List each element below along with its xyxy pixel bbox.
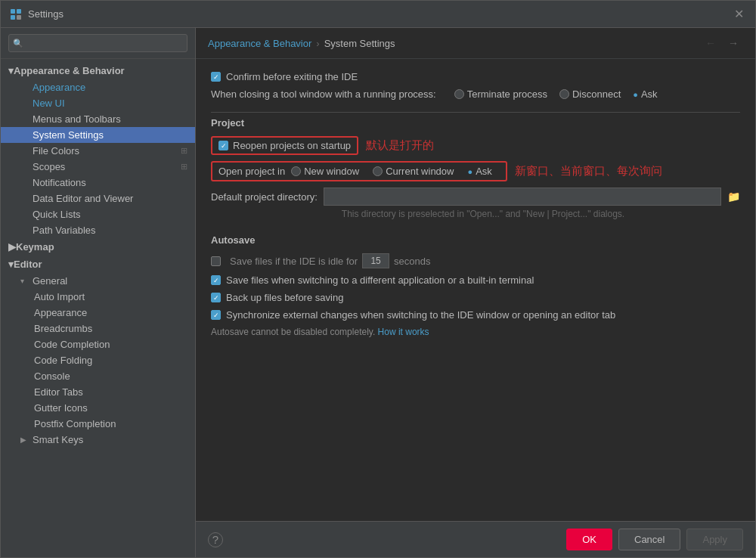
settings-window: Settings ✕ 🔍 ▾ Appearance & Behavior Ap — [0, 0, 756, 558]
add-icon: ⊞ — [181, 146, 187, 156]
backup-text: Back up files before saving — [226, 292, 343, 303]
project-section: Project ✓ Reopen projects on startup 默认是… — [211, 117, 740, 219]
radio-current-window[interactable]: Current window — [373, 166, 454, 177]
radio-terminate-label: Terminate process — [467, 88, 547, 100]
sync-external-text: Synchronize external changes when switch… — [226, 309, 615, 321]
open-project-row: Open project in New window Current windo… — [211, 161, 740, 181]
save-on-switch-checkbox[interactable]: ✓ — [211, 275, 221, 285]
breadcrumb-bar: Appearance & Behavior › System Settings … — [196, 28, 755, 59]
sidebar-item-gutter-icons[interactable]: Gutter Icons — [1, 400, 195, 416]
sidebar-item-editor[interactable]: ▾ Editor — [1, 256, 195, 273]
nav-back-button[interactable]: ← — [701, 36, 720, 51]
sidebar-item-keymap[interactable]: ▶ Keymap — [1, 238, 195, 256]
expand-arrow: ▾ — [8, 65, 14, 76]
sidebar-item-file-colors[interactable]: File Colors ⊞ — [1, 143, 195, 159]
close-button[interactable]: ✕ — [731, 7, 746, 22]
open-annotation: 新窗口、当前窗口、每次询问 — [515, 164, 662, 178]
radio-ask-open-label: Ask — [476, 166, 492, 177]
idle-checkbox-label[interactable] — [211, 256, 221, 266]
sidebar-item-auto-import[interactable]: Auto Import — [1, 289, 195, 305]
sidebar-item-data-editor[interactable]: Data Editor and Viewer — [1, 191, 195, 206]
reopen-row: ✓ Reopen projects on startup 默认是打开的 — [211, 136, 740, 155]
close-window-section: ✓ Confirm before exiting the IDE When cl… — [211, 71, 740, 100]
sidebar-item-menus-toolbars[interactable]: Menus and Toolbars — [1, 111, 195, 127]
folder-icon[interactable]: 📁 — [727, 191, 740, 203]
right-panel: Appearance & Behavior › System Settings … — [196, 28, 755, 557]
ok-button[interactable]: OK — [566, 529, 612, 550]
idle-value-input[interactable] — [362, 253, 389, 268]
radio-disconnect-circle — [559, 89, 569, 99]
radio-ask-open[interactable]: ● Ask — [467, 166, 491, 177]
sidebar-item-editor-tabs[interactable]: Editor Tabs — [1, 384, 195, 400]
search-input[interactable] — [8, 34, 187, 52]
sidebar-item-new-ui[interactable]: New UI — [1, 95, 195, 111]
sidebar-item-postfix-completion[interactable]: Postfix Completion — [1, 416, 195, 432]
close-tool-row: When closing a tool window with a runnin… — [211, 88, 740, 100]
confirm-exit-label[interactable]: ✓ Confirm before exiting the IDE — [211, 71, 358, 82]
sidebar-item-code-completion[interactable]: Code Completion — [1, 336, 195, 352]
idle-row: Save files if the IDE is idle for second… — [211, 253, 740, 268]
dir-input[interactable] — [324, 188, 721, 206]
reopen-checkbox[interactable]: ✓ — [218, 141, 228, 150]
sidebar-item-notifications[interactable]: Notifications — [1, 175, 195, 191]
sidebar-item-scopes[interactable]: Scopes ⊞ — [1, 159, 195, 175]
sidebar-item-path-variables[interactable]: Path Variables — [1, 222, 195, 238]
radio-terminate[interactable]: Terminate process — [454, 88, 547, 100]
dir-row: Default project directory: 📁 — [211, 188, 740, 206]
reopen-label: Reopen projects on startup — [233, 140, 351, 151]
save-on-switch-label[interactable]: ✓ Save files when switching to a differe… — [211, 274, 534, 286]
backup-checkbox[interactable]: ✓ — [211, 293, 221, 302]
content-area: ✓ Confirm before exiting the IDE When cl… — [196, 59, 755, 521]
sidebar-item-console[interactable]: Console — [1, 368, 195, 384]
sidebar-item-smart-keys[interactable]: ▶ Smart Keys — [1, 432, 195, 448]
how-it-works-link[interactable]: How it works — [378, 327, 429, 337]
radio-new-window[interactable]: New window — [291, 166, 359, 177]
sidebar-item-appearance-behavior[interactable]: ▾ Appearance & Behavior — [1, 62, 195, 79]
sync-external-label[interactable]: ✓ Synchronize external changes when swit… — [211, 309, 615, 321]
sidebar-item-general[interactable]: ▾ General — [1, 273, 195, 289]
backup-row: ✓ Back up files before saving — [211, 292, 740, 303]
idle-prefix: Save files if the IDE is idle for — [230, 256, 358, 267]
sidebar-item-quick-lists[interactable]: Quick Lists — [1, 206, 195, 222]
dir-label: Default project directory: — [211, 191, 318, 203]
svg-rect-2 — [11, 15, 15, 20]
editor-arrow: ▾ — [8, 259, 14, 270]
general-arrow: ▾ — [20, 277, 29, 285]
sidebar-item-breadcrumbs[interactable]: Breadcrumbs — [1, 321, 195, 336]
sidebar-item-appearance-editor[interactable]: Appearance — [1, 305, 195, 321]
reopen-highlight-box: ✓ Reopen projects on startup — [211, 136, 358, 155]
dir-hint: This directory is preselected in "Open..… — [211, 206, 740, 219]
sync-external-checkbox[interactable]: ✓ — [211, 310, 221, 320]
autosave-section: Autosave Save files if the IDE is idle f… — [211, 234, 740, 337]
breadcrumb-separator: › — [316, 38, 319, 49]
autosave-title: Autosave — [211, 234, 740, 246]
sidebar-tree: ▾ Appearance & Behavior Appearance New U… — [1, 59, 195, 557]
radio-disconnect-label: Disconnect — [572, 88, 621, 100]
radio-terminate-circle — [454, 89, 464, 99]
radio-disconnect[interactable]: Disconnect — [559, 88, 621, 100]
radio-new-window-label: New window — [304, 166, 359, 177]
help-icon[interactable]: ? — [208, 532, 223, 547]
confirm-exit-checkbox[interactable]: ✓ — [211, 72, 221, 82]
breadcrumb-parent[interactable]: Appearance & Behavior — [208, 38, 311, 49]
close-tool-label: When closing a tool window with a runnin… — [211, 88, 436, 100]
cancel-button[interactable]: Cancel — [618, 529, 680, 550]
save-on-switch-text: Save files when switching to a different… — [226, 274, 534, 286]
radio-ask-close[interactable]: ● Ask — [633, 88, 657, 100]
sidebar-item-system-settings[interactable]: System Settings — [1, 127, 195, 143]
nav-forward-button[interactable]: → — [723, 36, 743, 51]
breadcrumb-current: System Settings — [324, 38, 395, 49]
sidebar-item-code-folding[interactable]: Code Folding — [1, 352, 195, 368]
svg-rect-0 — [11, 9, 15, 14]
radio-current-window-label: Current window — [386, 166, 454, 177]
breadcrumb-nav: ← → — [701, 36, 743, 51]
confirm-exit-text: Confirm before exiting the IDE — [226, 71, 358, 82]
sidebar-item-appearance[interactable]: Appearance — [1, 79, 195, 95]
apply-button[interactable]: Apply — [686, 529, 743, 550]
add-icon-scopes: ⊞ — [181, 162, 187, 172]
svg-rect-3 — [17, 15, 21, 20]
autosave-note: Autosave cannot be disabled completely. … — [211, 327, 740, 337]
idle-checkbox[interactable] — [211, 256, 221, 266]
backup-label[interactable]: ✓ Back up files before saving — [211, 292, 343, 303]
reopen-annotation: 默认是打开的 — [366, 138, 434, 153]
